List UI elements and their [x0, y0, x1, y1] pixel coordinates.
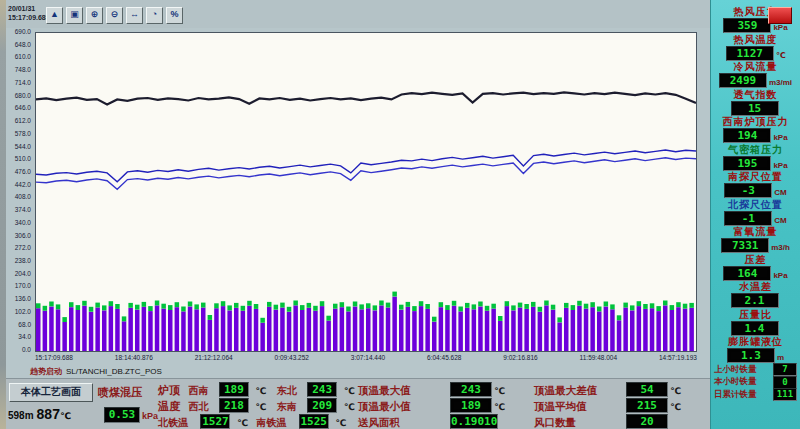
sidebar-item-value: 1.4 [731, 321, 779, 336]
sidebar-item-value: -3 [724, 183, 772, 198]
stat-value: 215 [626, 398, 668, 413]
sidebar-item-3: 透气指数15 [711, 89, 800, 117]
sidebar-item-unit: CM [774, 216, 786, 225]
furnace-volume: 598m [8, 410, 34, 421]
y-axis-tick-label: 646.0 [15, 104, 31, 112]
furnace-temp-unit: ℃ [60, 411, 71, 421]
scroll-up-icon[interactable]: ▲ [46, 7, 63, 24]
trend-chart [36, 33, 696, 351]
y-axis-tick-label: 510.0 [15, 155, 31, 163]
stat-item-4: 顶温平均值215℃ [534, 397, 710, 413]
coal-injection-pressure-label: 喷煤混压 [98, 385, 142, 400]
y-axis-tick-label: 714.0 [15, 79, 31, 87]
stat-item-0: 顶温最大值243℃ [358, 381, 534, 397]
group-label-temperature: 温度 [158, 398, 184, 414]
y-axis-tick-label: 102.0 [15, 308, 31, 316]
sidebar-item-value: 1.3 [727, 348, 775, 363]
y-axis-tick-label: 690.0 [15, 28, 31, 36]
sidebar-item-label: 南探尺位置 [711, 171, 800, 183]
sidebar-item-unit: m3/h [771, 243, 790, 252]
south-iron-temp-unit: ℃ [335, 418, 346, 428]
y-axis-tick-label: 340.0 [15, 219, 31, 227]
process-screen-button[interactable]: 本体工艺画面 [9, 383, 93, 402]
group-label-top: 炉顶 [158, 382, 184, 398]
sidebar-item-7: 北探尺位置-1CM [711, 199, 800, 227]
stat-unit: ℃ [670, 402, 681, 412]
sidebar-item-label: 膨胀罐液位 [711, 336, 800, 348]
tag-path: SL/TANCHI_DB.ZTC_POS [66, 367, 162, 376]
sidebar-item-value: 164 [723, 266, 771, 281]
y-axis-tick-label: 442.0 [15, 181, 31, 189]
stat-label: 顶温最大差值 [534, 382, 626, 398]
y-axis-tick-label: 68.0 [18, 321, 31, 329]
y-axis-tick-label: 578.0 [15, 130, 31, 138]
trend-plot-area[interactable] [35, 32, 697, 352]
sidebar-item-unit: ℃ [776, 51, 786, 60]
iron-stat-row-0: 上小时铁量7 [711, 364, 800, 377]
zoom-out-icon[interactable]: ⊖ [106, 7, 123, 24]
y-axis-tick-label: 34.0 [18, 333, 31, 341]
trend-start-timestamp: 20/01/31 15:17:09.688 [8, 4, 42, 22]
coal-pressure-value: 0.53 [104, 407, 140, 423]
y-axis-tick-label: 374.0 [15, 206, 31, 214]
sidebar-item-11: 压量比1.4 [711, 309, 800, 337]
x-axis-labels: 15:17:09.68818:14:40.87621:12:12.0640:09… [35, 354, 697, 361]
sidebar-item-9: 压差164kPa [711, 254, 800, 282]
sidebar-item-label: 西南炉顶压力 [711, 116, 800, 128]
iron-stat-label: 本小时铁量 [714, 376, 757, 388]
measurements-sidebar: 热风压力359kPa热风温度1127℃冷风流量2499m3/mi透气指数15西南… [710, 0, 800, 429]
coal-injection-pressure: 0.53kPa [104, 405, 158, 423]
stat-label: 顶温最小值 [358, 398, 450, 414]
stat-value: 243 [450, 382, 492, 397]
cell-value-sw: 189 [219, 382, 249, 397]
sidebar-item-unit: m [777, 353, 784, 362]
x-axis-tick-label: 9:02:16.816 [503, 354, 537, 361]
sidebar-item-label: 热风温度 [711, 34, 800, 46]
stat-label: 顶温最大值 [358, 382, 450, 398]
x-axis-tick-label: 14:57:19.193 [659, 354, 697, 361]
sidebar-item-unit: CM [774, 188, 786, 197]
sidebar-item-label: 富氧流量 [711, 226, 800, 238]
sidebar-item-4: 西南炉顶压力194kPa [711, 116, 800, 144]
stat-value: 0.19010 [450, 414, 498, 429]
status-prefix: 趋势启动 [30, 367, 62, 376]
y-axis-tick-label: 0.0 [22, 346, 31, 354]
iron-stat-label: 日累计铁量 [714, 389, 757, 401]
chart-mode-icon[interactable]: ▣ [66, 7, 83, 24]
sidebar-item-label: 气密箱压力 [711, 144, 800, 156]
y-axis-tick-label: 610.0 [15, 53, 31, 61]
stat-item-1: 顶温最小值189℃ [358, 397, 534, 413]
sidebar-item-5: 气密箱压力195kPa [711, 144, 800, 172]
sidebar-item-value: 2499 [719, 73, 767, 88]
sidebar-item-label: 水温差 [711, 281, 800, 293]
y-axis-tick-label: 648.0 [15, 41, 31, 49]
exit-button[interactable] [768, 7, 792, 24]
y-axis-tick-label: 306.0 [15, 232, 31, 240]
percent-scale-icon[interactable]: % [166, 7, 183, 24]
stat-item-3: 顶温最大差值54℃ [534, 381, 710, 397]
south-iron-temp-label: 南铁温 [256, 415, 294, 429]
y-axis-tick-label: 680.0 [15, 92, 31, 100]
stat-item-5: 风口数量20 [534, 413, 710, 429]
furnace-volume-temp: 598m887℃ [8, 405, 71, 423]
cell-unit-nw: ℃ [255, 402, 266, 412]
coal-pressure-unit: kPa [142, 411, 158, 421]
iron-temp-row: 北铁温 1527 ℃ 南铁温 1525 ℃ [158, 413, 358, 429]
cell-unit-ne: ℃ [344, 386, 355, 396]
north-iron-temp-value: 1527 [200, 414, 230, 429]
iron-stat-row-2: 日累计铁量111 [711, 389, 800, 402]
y-axis-tick-label: 544.0 [15, 143, 31, 151]
x-axis-tick-label: 3:07:14.440 [351, 354, 385, 361]
y-axis-labels: 690.0648.0610.0748.0714.0680.0646.0612.0… [6, 28, 33, 350]
stat-value: 20 [626, 414, 668, 429]
pan-horizontal-icon[interactable]: ↔ [126, 7, 143, 24]
stat-unit: ℃ [494, 402, 505, 412]
sidebar-item-unit: kPa [773, 133, 787, 142]
stat-label: 送风面积 [358, 414, 450, 429]
sidebar-item-label: 透气指数 [711, 89, 800, 101]
x-axis-tick-label: 21:12:12.064 [195, 354, 233, 361]
sidebar-item-8: 富氧流量7331m3/h [711, 226, 800, 254]
zoom-in-icon[interactable]: ⊕ [86, 7, 103, 24]
sidebar-item-10: 水温差2.1 [711, 281, 800, 309]
time-range-icon[interactable]: ◔ [146, 7, 163, 24]
